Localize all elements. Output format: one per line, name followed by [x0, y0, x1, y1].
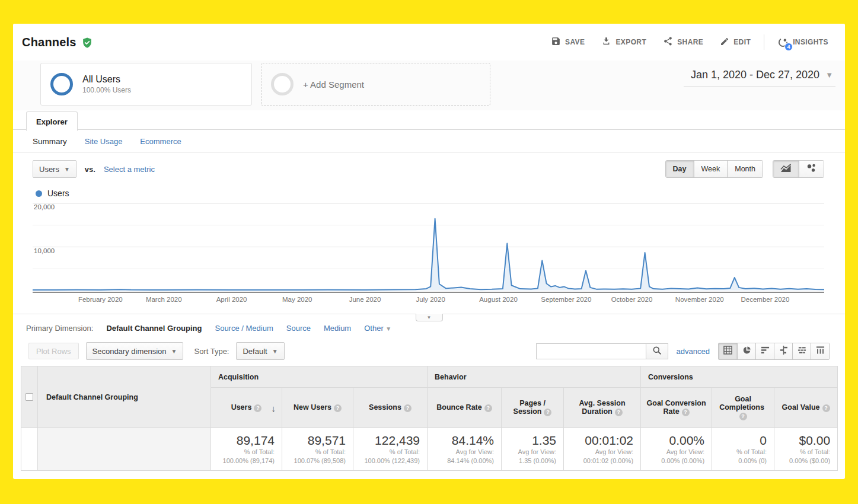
granularity-week-button[interactable]: Week: [694, 161, 728, 177]
table-view-button[interactable]: [719, 343, 737, 359]
search-input[interactable]: [536, 343, 646, 359]
tab-bar: Explorer: [13, 110, 845, 130]
column-header-new-users[interactable]: New Users?: [282, 388, 353, 428]
column-header-bounce-rate[interactable]: Bounce Rate?: [428, 388, 502, 428]
totals-checkbox-cell: [21, 428, 38, 471]
column-header-sessions[interactable]: Sessions?: [353, 388, 428, 428]
insights-label: INSIGHTS: [793, 38, 828, 46]
totals-bounce-rate: 84.14%Avg for View:84.14% (0.00%): [428, 428, 502, 471]
save-button[interactable]: SAVE: [544, 31, 592, 53]
x-axis-month-label: October 2020: [611, 296, 653, 303]
divider: [764, 34, 764, 50]
sort-type-dropdown[interactable]: Default ▼: [236, 342, 284, 360]
bounce-rate-header-label: Bounce Rate: [436, 403, 481, 412]
select-all-checkbox[interactable]: [25, 393, 33, 401]
help-icon[interactable]: ?: [254, 404, 261, 412]
add-segment-button[interactable]: + Add Segment: [261, 63, 490, 106]
chart-drawer-toggle[interactable]: ▼: [416, 314, 443, 321]
page-title: Channels: [22, 36, 76, 49]
column-header-avg-session-duration[interactable]: Avg. Session Duration?: [564, 388, 641, 428]
new-users-header-label: New Users: [294, 403, 331, 412]
insights-button[interactable]: 4 INSIGHTS: [770, 32, 835, 53]
performance-view-button[interactable]: [755, 343, 774, 359]
column-header-goal-completions[interactable]: Goal Completions?: [712, 388, 774, 428]
date-range-text: Jan 1, 2020 - Dec 27, 2020: [691, 69, 819, 81]
line-chart-view-button[interactable]: [773, 161, 799, 177]
edit-button[interactable]: EDIT: [713, 32, 758, 53]
view-switcher: [718, 343, 830, 360]
sort-type-label: Sort Type:: [194, 347, 229, 356]
verified-shield-icon: [81, 37, 93, 49]
help-icon[interactable]: ?: [484, 404, 492, 412]
x-axis-month-label: June 2020: [349, 296, 381, 303]
segment-title: All Users: [82, 74, 131, 85]
column-header-users[interactable]: Users? ↓: [211, 388, 282, 428]
chevron-down-icon: ▼: [64, 166, 70, 173]
term-cloud-view-button[interactable]: [792, 343, 811, 359]
line-chart-icon: [780, 164, 792, 174]
column-header-goal-value[interactable]: Goal Value?: [774, 388, 838, 428]
share-button[interactable]: SHARE: [656, 31, 710, 53]
dimension-other-label: Other: [364, 324, 384, 333]
x-axis-month-label: April 2020: [216, 296, 247, 303]
granularity-month-button[interactable]: Month: [727, 161, 763, 177]
date-range-selector[interactable]: Jan 1, 2020 - Dec 27, 2020 ▼: [684, 65, 835, 87]
select-metric-link[interactable]: Select a metric: [104, 165, 155, 174]
save-icon: [551, 36, 561, 48]
totals-pages-session: 1.35Avg for View:1.35 (0.00%): [502, 428, 564, 471]
legend-dot-icon: [36, 190, 42, 197]
dimension-source-medium[interactable]: Source / Medium: [215, 324, 273, 333]
chevron-down-icon: ▼: [385, 326, 391, 332]
x-axis-month-label: August 2020: [479, 296, 518, 303]
plot-rows-button[interactable]: Plot Rows: [28, 343, 79, 359]
motion-chart-view-button[interactable]: [799, 161, 824, 177]
table-toolbar: Plot Rows Secondary dimension ▼ Sort Typ…: [13, 340, 845, 366]
secondary-dimension-dropdown[interactable]: Secondary dimension ▼: [86, 342, 184, 360]
tab-explorer[interactable]: Explorer: [26, 111, 78, 131]
help-icon[interactable]: ?: [739, 413, 747, 420]
goal-completions-header-label: Goal Completions: [719, 395, 764, 412]
vs-label: vs.: [85, 165, 95, 174]
sort-descending-icon: ↓: [272, 403, 276, 413]
advanced-search-link[interactable]: advanced: [677, 347, 710, 356]
dimension-medium[interactable]: Medium: [324, 324, 351, 333]
chart-plot-area[interactable]: 20,00010,000: [33, 203, 824, 293]
dimension-source[interactable]: Source: [286, 324, 311, 333]
help-icon[interactable]: ?: [544, 409, 551, 416]
subtab-site-usage[interactable]: Site Usage: [85, 137, 123, 146]
all-users-segment[interactable]: All Users 100.00% Users: [40, 63, 252, 106]
sort-type-value: Default: [243, 347, 267, 356]
column-header-pages-session[interactable]: Pages / Session?: [502, 388, 564, 428]
subtab-ecommerce[interactable]: Ecommerce: [140, 137, 181, 146]
dimension-other-dropdown[interactable]: Other ▼: [364, 324, 391, 333]
timeseries-chart: Users 20,00010,000 February 2020March 20…: [13, 185, 845, 314]
chevron-down-icon: ▼: [272, 348, 278, 355]
percentage-view-button[interactable]: [737, 343, 755, 359]
goal-value-header-label: Goal Value: [782, 403, 820, 412]
totals-users: 89,174% of Total:100.00% (89,174): [211, 428, 282, 471]
granularity-toggle: Day Week Month: [665, 160, 763, 178]
term-cloud-view-icon: [798, 346, 806, 356]
goal-conversion-rate-header-label: Goal Conversion Rate: [647, 399, 706, 416]
table-view-icon: [723, 346, 732, 356]
help-icon[interactable]: ?: [682, 409, 690, 416]
help-icon[interactable]: ?: [822, 404, 830, 412]
totals-sessions: 122,439% of Total:100.00% (122,439): [353, 428, 428, 471]
pivot-view-button[interactable]: [811, 343, 829, 359]
search-button[interactable]: [646, 343, 668, 359]
help-icon[interactable]: ?: [334, 404, 342, 412]
comparison-view-button[interactable]: [774, 343, 792, 359]
subtab-summary[interactable]: Summary: [33, 137, 67, 146]
export-button[interactable]: EXPORT: [594, 31, 653, 53]
dimension-default-channel-grouping[interactable]: Default Channel Grouping: [106, 324, 202, 333]
column-header-default-channel-grouping: Default Channel Grouping: [38, 366, 211, 428]
comparison-view-icon: [779, 346, 788, 356]
y-axis-tick-label: 20,000: [34, 203, 55, 210]
percentage-view-icon: [742, 346, 751, 356]
column-header-goal-conversion-rate[interactable]: Goal Conversion Rate?: [641, 388, 712, 428]
granularity-day-button[interactable]: Day: [666, 161, 694, 177]
metric-selector-dropdown[interactable]: Users ▼: [33, 160, 76, 178]
help-icon[interactable]: ?: [404, 404, 412, 412]
group-header-conversions: Conversions: [641, 366, 838, 388]
help-icon[interactable]: ?: [615, 409, 623, 416]
